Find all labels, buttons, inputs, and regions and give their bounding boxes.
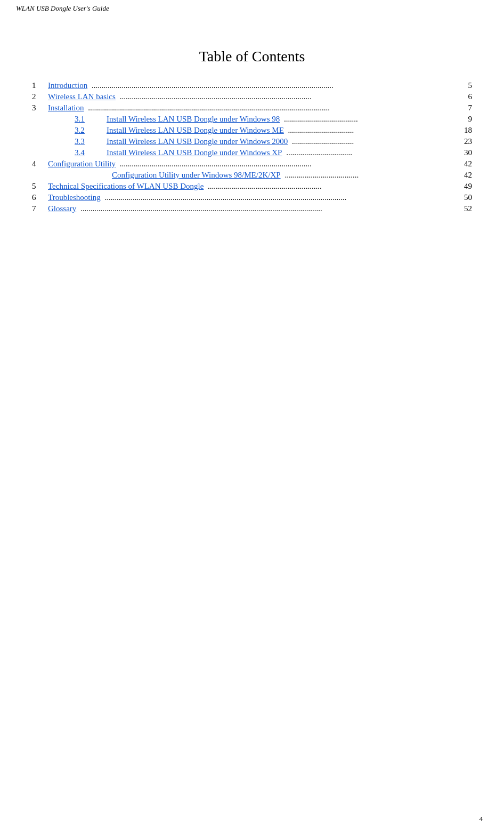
toc-row-7: 7 Glossary .............................… [32, 204, 472, 213]
toc-page-3-3: 23 [464, 137, 472, 146]
toc-page-3: 7 [468, 103, 473, 113]
toc-page-1: 5 [468, 81, 473, 90]
toc-link-introduction[interactable]: Introduction [48, 81, 87, 90]
toc-dots-5: ........................................… [206, 182, 462, 191]
toc-dots-7: ........................................… [78, 204, 462, 213]
page-number: 4 [479, 815, 483, 823]
toc-row-3: 3 Installation .........................… [32, 103, 472, 113]
toc-dots-2: ........................................… [118, 92, 466, 101]
header-title: WLAN USB Dongle User's Guide [16, 4, 109, 12]
toc-page-3-4: 30 [464, 148, 472, 157]
toc-row-3-2: 3.2 Install Wireless LAN USB Dongle unde… [32, 126, 472, 135]
toc-page-2: 6 [468, 92, 473, 101]
page-content: Table of Contents 1 Introduction .......… [0, 16, 504, 247]
toc-row-4: 4 Configuration Utility ................… [32, 159, 472, 169]
toc-num-7: 7 [32, 204, 48, 213]
toc-page-6: 50 [464, 193, 472, 202]
toc-link-wireless-lan-basics[interactable]: Wireless LAN basics [48, 92, 116, 101]
toc-link-installation[interactable]: Installation [48, 103, 84, 113]
toc-row-3-4: 3.4 Install Wireless LAN USB Dongle unde… [32, 148, 472, 157]
toc-link-troubleshooting[interactable]: Troubleshooting [48, 193, 101, 202]
toc-page-4: 42 [464, 159, 472, 169]
toc-num-3-2: 3.2 [75, 126, 107, 135]
toc-dots-4-sub: ..................................... [283, 171, 462, 180]
toc-link-3-1[interactable]: Install Wireless LAN USB Dongle under Wi… [107, 115, 280, 124]
toc-link-3-4[interactable]: Install Wireless LAN USB Dongle under Wi… [107, 148, 282, 157]
toc-num-3-1: 3.1 [75, 115, 107, 124]
toc-link-3-1-num[interactable]: 3.1 [75, 115, 85, 123]
toc-row-4-sub: Configuration Utility under Windows 98/M… [32, 171, 472, 180]
toc-num-1: 1 [32, 81, 48, 90]
toc-num-3-4: 3.4 [75, 148, 107, 157]
toc-dots-3-3: ............................... [290, 137, 462, 146]
toc-link-3-2[interactable]: Install Wireless LAN USB Dongle under Wi… [107, 126, 284, 135]
toc-link-glossary[interactable]: Glossary [48, 204, 76, 213]
page-title: Table of Contents [32, 48, 472, 65]
toc-num-3-3: 3.3 [75, 137, 107, 146]
toc-link-config-utility-sub[interactable]: Configuration Utility under Windows 98/M… [112, 171, 281, 180]
toc-page-3-1: 9 [468, 115, 473, 124]
toc-num-4: 4 [32, 159, 48, 169]
toc-link-3-3-num[interactable]: 3.3 [75, 137, 85, 146]
toc-num-2: 2 [32, 92, 48, 101]
toc-row-5: 5 Technical Specifications of WLAN USB D… [32, 182, 472, 191]
toc-dots-6: ........................................… [103, 193, 462, 202]
toc-link-technical-specs[interactable]: Technical Specifications of WLAN USB Don… [48, 182, 204, 191]
toc-num-6: 6 [32, 193, 48, 202]
toc-dots-3-4: ................................. [284, 148, 462, 157]
toc-row-1: 1 Introduction .........................… [32, 81, 472, 90]
toc-container: 1 Introduction .........................… [32, 81, 472, 213]
toc-row-3-1: 3.1 Install Wireless LAN USB Dongle unde… [32, 115, 472, 124]
toc-page-3-2: 18 [464, 126, 472, 135]
toc-dots-4: ........................................… [118, 159, 462, 169]
toc-link-configuration-utility[interactable]: Configuration Utility [48, 159, 116, 169]
toc-page-7: 52 [464, 204, 472, 213]
toc-row-3-3: 3.3 Install Wireless LAN USB Dongle unde… [32, 137, 472, 146]
toc-dots-3-2: ................................. [286, 126, 462, 135]
toc-link-3-4-num[interactable]: 3.4 [75, 148, 85, 157]
toc-dots-1: ........................................… [90, 81, 466, 90]
toc-row-2: 2 Wireless LAN basics ..................… [32, 92, 472, 101]
toc-row-6: 6 Troubleshooting ......................… [32, 193, 472, 202]
page-header: WLAN USB Dongle User's Guide [16, 4, 109, 13]
toc-link-3-2-num[interactable]: 3.2 [75, 126, 85, 134]
toc-link-3-3[interactable]: Install Wireless LAN USB Dongle under Wi… [107, 137, 288, 146]
toc-num-3: 3 [32, 103, 48, 113]
toc-dots-3: ........................................… [86, 103, 466, 113]
toc-page-5: 49 [464, 182, 472, 191]
toc-dots-3-1: ..................................... [282, 115, 466, 124]
toc-num-5: 5 [32, 182, 48, 191]
toc-page-4-sub: 42 [464, 171, 472, 180]
